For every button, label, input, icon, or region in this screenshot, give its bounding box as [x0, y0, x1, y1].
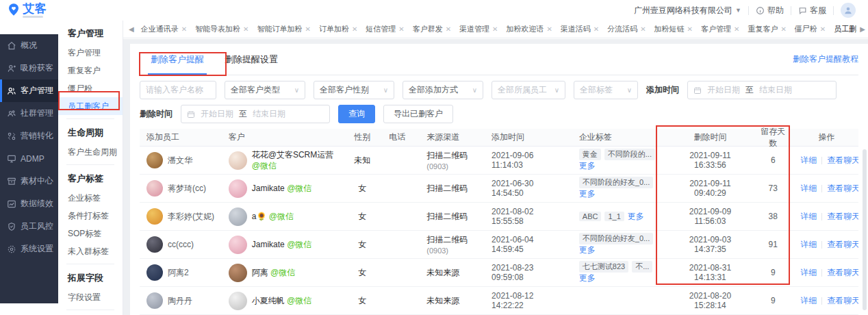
page-tab[interactable]: 渠道管理 ✕ [455, 24, 502, 34]
topbar: 艾客 广州壹豆网络科技有限公司 ▼ 帮助 客服 [0, 0, 868, 21]
view-chat-link[interactable]: 查看聊天 [827, 268, 858, 277]
page-tab[interactable]: 客户群发 ✕ [409, 24, 455, 34]
submenu-section-title: 拓展字段 [58, 268, 123, 288]
close-icon[interactable]: ✕ [593, 25, 599, 33]
submenu-item-duplicate-customers[interactable]: 重复客户 [58, 62, 123, 79]
submenu-item-customer-lifecycle[interactable]: 客户生命周期 [58, 143, 123, 161]
help-link[interactable]: 帮助 [756, 5, 784, 16]
col-header-delete-time: 删除时间 [668, 131, 752, 143]
close-icon[interactable]: ✕ [352, 25, 357, 33]
page-tab[interactable]: 加粉短链 ✕ [650, 24, 697, 34]
submenu-item-zombie-fans[interactable]: 僵尸粉 [58, 79, 123, 97]
owner-staff-select[interactable]: 全部所属员工∨ [492, 81, 565, 99]
customer-gender-select[interactable]: 全部客户性别∨ [314, 81, 394, 99]
submenu-item-sop-tags[interactable]: SOP标签 [58, 225, 123, 242]
submenu-item-conditional-tags[interactable]: 条件打标签 [58, 207, 123, 225]
page-tab[interactable]: 分流活码 ✕ [603, 24, 650, 34]
page-tab[interactable]: 企业通讯录 ✕ [137, 24, 191, 34]
view-chat-link[interactable]: 查看聊天 [827, 240, 858, 249]
page-tab[interactable]: 重复客户 ✕ [743, 24, 790, 34]
tutorial-link[interactable]: 删除客户提醒教程 [793, 53, 858, 65]
detail-link[interactable]: 详细 [800, 268, 817, 277]
detail-link[interactable]: 详细 [800, 240, 817, 249]
sidebar-item-fan-acquisition[interactable]: 吸粉获客 [0, 57, 58, 79]
col-header-add-time: 添加时间 [485, 131, 572, 143]
view-chat-link[interactable]: 查看聊天 [827, 212, 858, 221]
detail-link[interactable]: 详细 [800, 155, 817, 165]
col-header-phone: 电话 [382, 131, 420, 143]
user-avatar[interactable] [841, 3, 856, 18]
sidebar-item-staff-risk-control[interactable]: 员工风控 [0, 215, 58, 238]
page-tab[interactable]: 加粉欢迎语 ✕ [502, 24, 556, 34]
more-tags-link[interactable]: 更多 [579, 189, 596, 199]
more-tags-link[interactable]: 更多 [579, 245, 596, 255]
page-tab[interactable]: 客户管理 ✕ [697, 24, 743, 34]
tabs-scroll-left-icon[interactable]: ◀ [126, 25, 137, 33]
submenu-item-staff-deleted-customers[interactable]: 员工删客户 [58, 97, 123, 115]
close-icon[interactable]: ✕ [734, 25, 739, 33]
opened-pages-tabbar: ◀ 企业通讯录 ✕ 智能导表加粉 ✕ 智能订单加粉 ✕ 订单加粉 [123, 21, 868, 38]
more-tags-link[interactable]: 更多 [579, 273, 596, 283]
more-tags-link[interactable]: 更多 [579, 161, 596, 171]
sidebar-item-material-center[interactable]: 素材中心 [0, 170, 58, 192]
service-link[interactable]: 客服 [798, 5, 826, 16]
detail-link[interactable]: 详细 [800, 212, 817, 221]
close-icon[interactable]: ✕ [546, 25, 552, 33]
sidebar-item-system-settings[interactable]: 系统设置 [0, 238, 58, 260]
close-icon[interactable]: ✕ [446, 25, 451, 33]
tags-select[interactable]: 全部标签∨ [574, 81, 638, 99]
primary-sidebar: 概况 吸粉获客 客户管理 社群管理 营销转化 ADMP 素材中心 数据绩效 [0, 34, 58, 303]
sidebar-item-data-performance[interactable]: 数据绩效 [0, 192, 58, 215]
table-row: 阿离2 阿离 @微信 女 未知来源 2021-08-23 09:59:08 七七… [140, 259, 858, 287]
employee-avatar [146, 236, 163, 253]
close-icon[interactable]: ✕ [820, 25, 826, 33]
submenu-item-enterprise-tags[interactable]: 企业标签 [58, 189, 123, 207]
page-tab[interactable]: 订单加粉 ✕ [315, 24, 361, 34]
page-tab[interactable]: 短信管理 ✕ [361, 24, 408, 34]
close-icon[interactable]: ✕ [492, 25, 498, 33]
page-tab[interactable]: 渠道活码 ✕ [557, 24, 603, 34]
view-chat-link[interactable]: 查看聊天 [827, 155, 858, 165]
delete-time-label: 删除时间 [140, 108, 173, 120]
delete-time-range-picker[interactable]: 开始日期 至 结束日期 [181, 105, 330, 123]
customer-name-input[interactable]: 请输入客户名称 [140, 81, 216, 99]
sidebar-item-customer-management[interactable]: 客户管理 [0, 79, 58, 102]
submenu-item-not-in-group-tags[interactable]: 未入群标签 [58, 242, 123, 260]
view-chat-link[interactable]: 查看聊天 [827, 184, 858, 193]
export-deleted-customers-button[interactable]: 导出已删客户 [383, 105, 453, 123]
vertical-scrollbar[interactable] [863, 149, 867, 310]
detail-link[interactable]: 详细 [800, 296, 817, 305]
close-icon[interactable]: ✕ [243, 25, 248, 33]
company-selector[interactable]: 广州壹豆网络科技有限公司 ▼ [634, 5, 741, 16]
close-icon[interactable]: ✕ [687, 25, 693, 33]
sidebar-item-community-management[interactable]: 社群管理 [0, 102, 58, 125]
tag-chip: ABC [579, 212, 602, 221]
sidebar-item-marketing-conversion[interactable]: 营销转化 [0, 125, 58, 147]
close-icon[interactable]: ✕ [780, 25, 786, 33]
tab-delete-reminder-settings[interactable]: 删除提醒设置 [215, 44, 288, 75]
page-tab[interactable]: 智能导表加粉 ✕ [191, 24, 253, 34]
close-icon[interactable]: ✕ [305, 25, 310, 33]
sidebar-item-admp[interactable]: ADMP [0, 147, 58, 170]
submenu-item-field-settings[interactable]: 字段设置 [58, 288, 123, 306]
view-chat-link[interactable]: 查看聊天 [827, 296, 858, 305]
add-method-select[interactable]: 全部添加方式∨ [403, 81, 483, 99]
main-area: ◀ 企业通讯录 ✕ 智能导表加粉 ✕ 智能订单加粉 ✕ 订单加粉 [123, 21, 868, 315]
tab-delete-customer-reminder[interactable]: 删除客户提醒 [141, 44, 214, 75]
chat-bubble-icon [798, 6, 807, 15]
page-tab[interactable]: 智能订单加粉 ✕ [253, 24, 314, 34]
customer-type-select[interactable]: 全部客户类型∨ [225, 81, 305, 99]
col-header-actions: 操作 [793, 131, 858, 143]
add-time-range-picker[interactable]: 开始日期 至 结束日期 [687, 81, 837, 99]
tabs-scroll-right-icon[interactable]: ▶ [857, 21, 868, 37]
close-icon[interactable]: ✕ [640, 25, 646, 33]
sidebar-item-overview[interactable]: 概况 [0, 34, 58, 57]
close-icon[interactable]: ✕ [181, 25, 187, 33]
detail-link[interactable]: 详细 [800, 184, 817, 193]
submenu-item-customer-management[interactable]: 客户管理 [58, 44, 123, 62]
more-tags-link[interactable]: 更多 [628, 212, 644, 221]
close-icon[interactable]: ✕ [398, 25, 404, 33]
search-button[interactable]: 查询 [338, 105, 375, 123]
table-row: 蒋梦琦(cc) Jamikate @微信 女 扫描二维码 2021-06-30 … [140, 175, 858, 203]
page-tab[interactable]: 僵尸粉 ✕ [791, 24, 830, 34]
